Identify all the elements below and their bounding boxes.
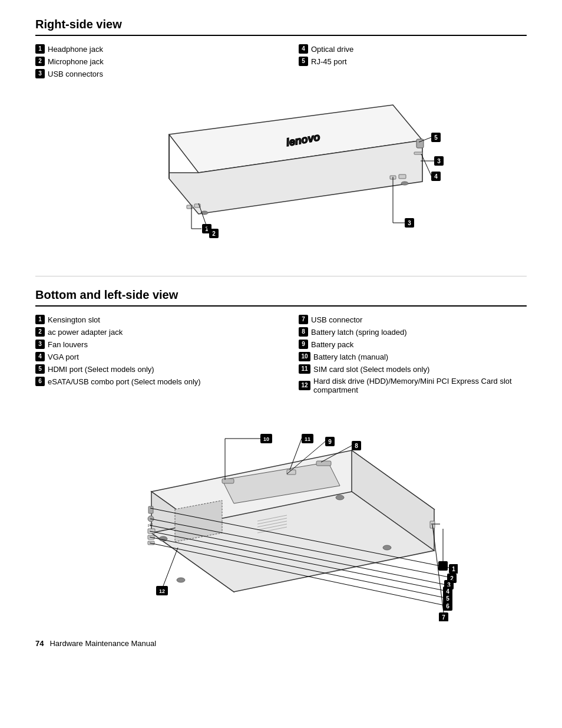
label-badge: 8: [299, 327, 308, 337]
label-text: Battery pack: [311, 340, 353, 349]
svg-text:2: 2: [212, 230, 216, 237]
svg-text:5: 5: [446, 595, 449, 602]
bottom-left-title: Bottom and left-side view: [35, 288, 527, 307]
svg-line-89: [163, 548, 178, 586]
svg-rect-4: [399, 174, 406, 179]
bottom-left-right-labels: 7USB connector8Battery latch (spring loa…: [299, 315, 527, 397]
label-item: 11SIM card slot (Select models only): [299, 364, 527, 374]
label-text: HDMI port (Select models only): [48, 365, 154, 374]
label-badge: 6: [35, 377, 45, 386]
label-badge: 3: [35, 69, 45, 78]
label-item: 2ac power adapter jack: [35, 327, 263, 337]
label-badge: 4: [35, 352, 45, 361]
label-item: 5RJ-45 port: [299, 57, 527, 66]
page-number: 74: [35, 639, 44, 648]
label-item: 3USB connectors: [35, 69, 263, 78]
svg-text:12: 12: [159, 588, 165, 594]
bottom-left-view-section: Bottom and left-side view 1Kensington sl…: [35, 288, 527, 621]
label-badge: 11: [299, 364, 310, 374]
label-text: eSATA/USB combo port (Select models only…: [48, 377, 201, 386]
label-item: 4Optical drive: [299, 44, 527, 54]
svg-text:3: 3: [408, 220, 411, 226]
label-text: Battery latch (spring loaded): [311, 328, 407, 337]
footer: 74 Hardware Maintenance Manual: [35, 639, 527, 648]
label-badge: 12: [299, 381, 310, 390]
bottom-left-labels: 1Kensington slot2ac power adapter jack3F…: [35, 315, 527, 397]
svg-text:10: 10: [263, 436, 269, 442]
label-badge: 4: [299, 44, 308, 54]
svg-text:9: 9: [328, 439, 332, 445]
label-text: Microphone jack: [48, 57, 104, 66]
svg-text:3: 3: [437, 158, 441, 164]
label-text: SIM card slot (Select models only): [313, 365, 429, 374]
label-item: 6eSATA/USB combo port (Select models onl…: [35, 377, 263, 386]
right-side-diagram: lenovo: [35, 87, 527, 258]
bottom-left-diagram: 10 11 9 8 1 2: [35, 403, 527, 621]
label-badge: 1: [35, 44, 45, 54]
label-text: USB connectors: [48, 70, 103, 78]
label-text: Headphone jack: [48, 45, 103, 54]
svg-point-45: [383, 545, 391, 550]
label-badge: 1: [35, 315, 45, 324]
label-text: ac power adapter jack: [48, 328, 123, 337]
label-text: USB connector: [311, 315, 362, 324]
label-text: Kensington slot: [48, 315, 100, 324]
right-side-svg: lenovo: [110, 87, 452, 258]
svg-text:4: 4: [434, 173, 438, 180]
svg-rect-40: [148, 541, 154, 545]
bottom-left-svg: 10 11 9 8 1 2: [104, 403, 458, 621]
label-text: Battery latch (manual): [313, 353, 388, 361]
right-side-right-labels: 4Optical drive5RJ-45 port: [299, 44, 527, 81]
label-badge: 5: [299, 57, 308, 66]
svg-rect-30: [316, 461, 331, 466]
label-item: 9Battery pack: [299, 340, 527, 349]
svg-text:5: 5: [434, 134, 438, 141]
label-item: 1Headphone jack: [35, 44, 263, 54]
svg-rect-38: [148, 529, 155, 533]
label-badge: 5: [35, 364, 45, 374]
svg-text:11: 11: [305, 436, 310, 442]
bottom-left-left-labels: 1Kensington slot2ac power adapter jack3F…: [35, 315, 263, 397]
label-item: 7USB connector: [299, 315, 527, 324]
right-side-labels: 1Headphone jack2Microphone jack3USB conn…: [35, 44, 527, 81]
svg-point-9: [401, 182, 408, 185]
label-text: Optical drive: [311, 45, 353, 54]
label-item: 8Battery latch (spring loaded): [299, 327, 527, 337]
label-badge: 7: [299, 315, 308, 324]
label-item: 12Hard disk drive (HDD)/Memory/Mini PCI …: [299, 377, 527, 394]
label-badge: 2: [35, 327, 45, 337]
right-side-title: Right-side view: [35, 18, 527, 36]
svg-text:1: 1: [452, 566, 455, 572]
label-badge: 2: [35, 57, 45, 66]
label-item: 4VGA port: [35, 352, 263, 361]
label-text: Fan louvers: [48, 340, 88, 349]
label-item: 10Battery latch (manual): [299, 352, 527, 361]
label-badge: 3: [35, 340, 45, 349]
label-badge: 9: [299, 340, 308, 349]
svg-point-43: [336, 495, 344, 500]
svg-point-44: [177, 578, 185, 582]
label-item: 3Fan louvers: [35, 340, 263, 349]
label-badge: 10: [299, 352, 310, 361]
label-text: Hard disk drive (HDD)/Memory/Mini PCI Ex…: [313, 377, 527, 394]
svg-text:7: 7: [442, 614, 445, 621]
svg-rect-31: [222, 479, 234, 483]
section-divider: [35, 276, 527, 276]
label-item: 2Microphone jack: [35, 57, 263, 66]
right-side-left-labels: 1Headphone jack2Microphone jack3USB conn…: [35, 44, 263, 81]
svg-rect-33: [148, 506, 153, 513]
label-item: 1Kensington slot: [35, 315, 263, 324]
svg-text:6: 6: [446, 603, 449, 610]
label-text: RJ-45 port: [311, 57, 347, 66]
document-title: Hardware Maintenance Manual: [49, 639, 156, 648]
right-side-view-section: Right-side view 1Headphone jack2Micropho…: [35, 18, 527, 258]
label-text: VGA port: [48, 353, 79, 361]
svg-text:8: 8: [355, 443, 358, 449]
label-item: 5HDMI port (Select models only): [35, 364, 263, 374]
